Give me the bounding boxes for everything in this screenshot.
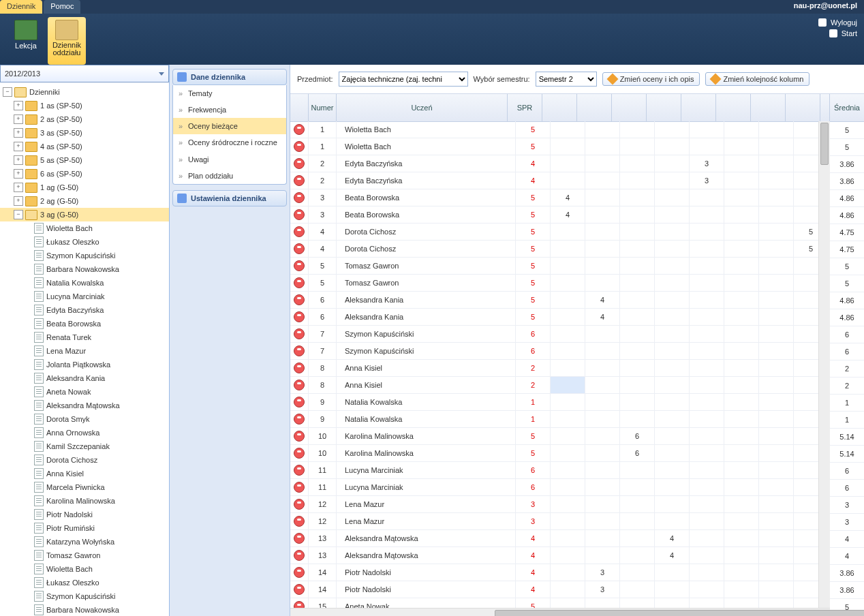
table-row[interactable]: 15Aneta Nowak5 [290, 598, 830, 609]
grade-cell[interactable] [620, 513, 655, 529]
grade-cell[interactable] [724, 155, 759, 172]
tree-class-item[interactable]: +4 as (SP-50) [0, 140, 169, 153]
grade-cell[interactable] [724, 445, 759, 461]
grade-cell[interactable] [585, 155, 620, 172]
table-row[interactable]: 12Lena Mazur3 [290, 496, 830, 513]
grade-cell[interactable] [585, 258, 620, 274]
grade-cell[interactable] [620, 189, 655, 206]
table-row[interactable]: 12Lena Mazur3 [290, 513, 830, 530]
table-row[interactable]: 5Tomasz Gawron5 [290, 258, 830, 275]
spr-cell[interactable]: 3 [516, 496, 551, 512]
tree-student-item[interactable]: Renata Turek [0, 330, 169, 344]
grade-cell[interactable] [759, 411, 794, 427]
grade-cell[interactable] [585, 275, 620, 291]
scrollbar-thumb[interactable] [820, 123, 829, 165]
grade-cell[interactable] [551, 394, 585, 410]
grade-cell[interactable] [585, 224, 620, 240]
grade-cell[interactable] [551, 241, 585, 257]
tree-class-item[interactable]: +6 as (SP-50) [0, 167, 169, 181]
grade-cell[interactable] [759, 224, 794, 240]
tree-class-item[interactable]: +1 ag (G-50) [0, 181, 169, 194]
grade-cell[interactable] [759, 326, 794, 342]
grade-cell[interactable] [759, 394, 794, 410]
table-row[interactable]: 9Natalia Kowalska1 [290, 394, 830, 411]
grade-cell[interactable] [759, 155, 794, 172]
grade-cell[interactable] [620, 241, 655, 257]
grade-cell[interactable] [724, 292, 759, 308]
school-year-select[interactable]: 2012/2013 [0, 65, 169, 82]
tree-student-item[interactable]: Łukasz Oleszko [0, 576, 169, 589]
grade-cell[interactable] [759, 189, 794, 206]
grade-cell[interactable] [585, 326, 620, 342]
grade-cell[interactable] [724, 547, 759, 564]
grade-cell[interactable]: 4 [551, 189, 585, 206]
grade-cell[interactable] [551, 496, 585, 512]
grade-cell[interactable] [655, 496, 690, 512]
grade-cell[interactable]: 4 [655, 547, 690, 564]
spr-cell[interactable]: 3 [516, 513, 551, 529]
grade-cell[interactable] [585, 394, 620, 410]
tree-student-item[interactable]: Barbara Nowakowska [0, 262, 169, 276]
spr-cell[interactable]: 5 [516, 121, 551, 138]
grade-cell[interactable] [551, 479, 585, 495]
grade-cell[interactable] [585, 479, 620, 495]
tab-dziennik[interactable]: Dziennik [0, 0, 42, 14]
table-row[interactable]: 5Tomasz Gawron5 [290, 275, 830, 292]
grade-cell[interactable] [620, 411, 655, 427]
grade-cell[interactable]: 4 [585, 292, 620, 308]
grade-cell[interactable] [585, 241, 620, 257]
grade-cell[interactable] [690, 377, 724, 393]
tree-student-item[interactable]: Jolanta Piątkowska [0, 358, 169, 371]
grade-cell[interactable] [724, 241, 759, 257]
grade-cell[interactable] [724, 343, 759, 359]
grade-cell[interactable] [724, 479, 759, 495]
grade-cell[interactable] [585, 411, 620, 427]
grade-cell[interactable] [620, 292, 655, 308]
grade-cell[interactable] [620, 275, 655, 291]
grade-cell[interactable] [620, 394, 655, 410]
spr-cell[interactable]: 6 [516, 326, 551, 342]
menu-item[interactable]: Uwagi [173, 151, 286, 168]
expand-icon[interactable]: + [14, 196, 23, 206]
grade-cell[interactable] [690, 547, 724, 564]
grade-cell[interactable] [655, 138, 690, 155]
grade-cell[interactable] [655, 155, 690, 172]
tree-class-item[interactable]: +1 as (SP-50) [0, 99, 169, 112]
grade-cell[interactable] [759, 258, 794, 274]
grade-cell[interactable] [724, 224, 759, 240]
grade-cell[interactable] [655, 258, 690, 274]
tree-student-item[interactable]: Wioletta Bach [0, 221, 169, 235]
grade-cell[interactable] [620, 343, 655, 359]
grade-cell[interactable] [759, 581, 794, 598]
tree-student-item[interactable]: Marcela Piwnicka [0, 480, 169, 494]
table-row[interactable]: 4Dorota Cichosz55 [290, 224, 830, 241]
menu-item[interactable]: Oceny śródroczne i roczne [173, 134, 286, 151]
grade-cell[interactable] [551, 172, 585, 189]
grade-cell[interactable] [620, 258, 655, 274]
grade-cell[interactable] [551, 462, 585, 478]
grade-cell[interactable] [620, 377, 655, 393]
tree-student-item[interactable]: Szymon Kapuściński [0, 249, 169, 262]
logout-link[interactable]: Wyloguj [818, 17, 857, 28]
grade-cell[interactable] [551, 224, 585, 240]
grade-cell[interactable] [690, 292, 724, 308]
grade-cell[interactable] [655, 479, 690, 495]
grade-cell[interactable] [655, 241, 690, 257]
grade-cell[interactable] [551, 428, 585, 444]
grade-cell[interactable] [655, 275, 690, 291]
table-row[interactable]: 7Szymon Kapuściński6 [290, 326, 830, 343]
grade-cell[interactable] [551, 411, 585, 427]
grade-cell[interactable] [690, 598, 724, 609]
grade-cell[interactable] [690, 428, 724, 444]
grade-cell[interactable] [759, 496, 794, 512]
grade-cell[interactable]: 3 [690, 155, 724, 172]
grade-cell[interactable] [724, 121, 759, 138]
grade-cell[interactable] [690, 121, 724, 138]
tree-student-item[interactable]: Kamil Szczepaniak [0, 440, 169, 453]
class-tree[interactable]: − Dzienniki +1 as (SP-50)+2 as (SP-50)+3… [0, 82, 169, 616]
grade-cell[interactable] [620, 172, 655, 189]
tree-student-item[interactable]: Barbara Nowakowska [0, 603, 169, 616]
spr-cell[interactable]: 1 [516, 394, 551, 410]
tree-student-item[interactable]: Dorota Smyk [0, 412, 169, 426]
grade-cell[interactable] [655, 445, 690, 461]
